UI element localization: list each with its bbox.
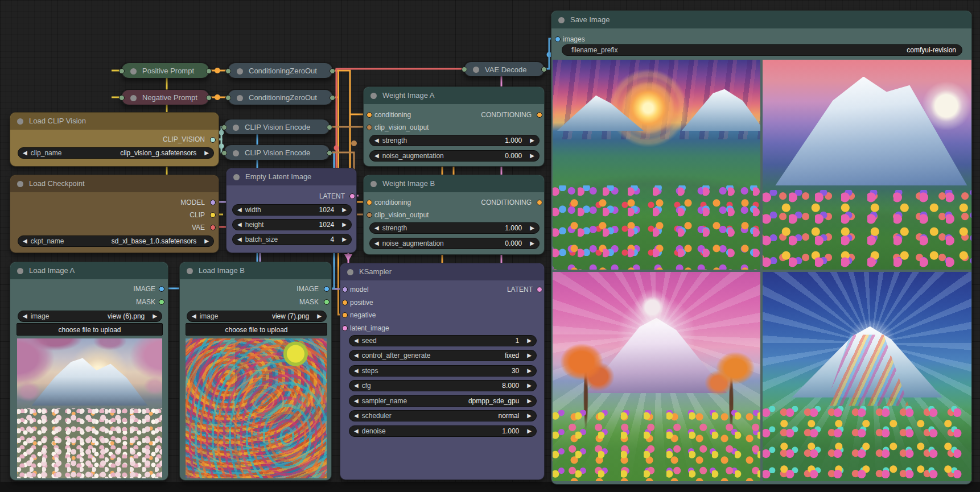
collapsed-input-port[interactable] — [119, 95, 125, 101]
conditioning-input-port[interactable] — [367, 200, 372, 205]
collapse-toggle[interactable] — [233, 125, 239, 131]
widget-right-arrow[interactable]: ▶ — [527, 365, 532, 377]
widget-left-arrow[interactable]: ◀ — [354, 365, 359, 377]
widget-right-arrow[interactable]: ▶ — [527, 395, 532, 407]
widget-right-arrow[interactable]: ▶ — [527, 380, 532, 391]
widget-ckpt-name[interactable]: ◀ ckpt_name sd_xl_base_1.0.safetensors ▶ — [18, 235, 214, 247]
widget-right-arrow[interactable]: ▶ — [530, 222, 534, 234]
widget-denoise[interactable]: ◀ denoise 1.000 ▶ — [349, 425, 537, 437]
node-weight-image-a[interactable]: Weight Image A conditioning CONDITIONING… — [363, 86, 545, 167]
widget-left-arrow[interactable]: ◀ — [23, 147, 27, 159]
collapse-toggle[interactable] — [347, 269, 353, 275]
widget-scheduler[interactable]: ◀ scheduler normal ▶ — [349, 410, 537, 421]
choose-file-button[interactable]: choose file to upload — [186, 323, 327, 336]
node-vae-decode[interactable]: VAE Decode — [464, 61, 545, 77]
node-load-checkpoint[interactable]: Load Checkpoint MODEL CLIP VAE ◀ ckpt_na… — [10, 175, 219, 253]
clip-output-port[interactable] — [210, 212, 216, 218]
widget-right-arrow[interactable]: ▶ — [527, 335, 532, 346]
collapse-toggle[interactable] — [187, 268, 193, 274]
generated-image-1[interactable] — [553, 60, 760, 270]
node-load-image-b[interactable]: Load Image B IMAGE MASK ◀ image view (7)… — [179, 262, 332, 481]
widget-left-arrow[interactable]: ◀ — [374, 238, 379, 249]
widget-left-arrow[interactable]: ◀ — [23, 311, 27, 322]
widget-right-arrow[interactable]: ▶ — [342, 219, 347, 230]
collapsed-output-port[interactable] — [206, 95, 212, 101]
widget-strength[interactable]: ◀ strength 1.000 ▶ — [369, 135, 540, 146]
widget-left-arrow[interactable]: ◀ — [374, 150, 379, 162]
node-positive-prompt[interactable]: Positive Prompt — [121, 63, 209, 78]
widget-noise-augmentation[interactable]: ◀ noise_augmentation 0.000 ▶ — [369, 238, 540, 249]
widget-left-arrow[interactable]: ◀ — [354, 425, 359, 437]
mask-output-port[interactable] — [159, 299, 164, 305]
generated-image-3[interactable] — [553, 272, 760, 481]
generated-image-4[interactable] — [763, 272, 971, 481]
model-output-port[interactable] — [210, 200, 216, 205]
image-output-port[interactable] — [159, 286, 164, 292]
widget-width[interactable]: ◀ width 1024 ▶ — [232, 204, 352, 216]
collapse-toggle[interactable] — [473, 67, 479, 73]
node-clip-vision-encode-2[interactable]: CLIP Vision Encode — [224, 144, 330, 160]
collapse-toggle[interactable] — [237, 68, 243, 75]
node-clip-vision-encode-1[interactable]: CLIP Vision Encode — [224, 119, 330, 135]
latent-image-input-port[interactable] — [342, 325, 348, 331]
widget-right-arrow[interactable]: ▶ — [527, 350, 532, 361]
collapse-toggle[interactable] — [130, 95, 137, 101]
conditioning-output-port[interactable] — [537, 200, 542, 205]
widget-right-arrow[interactable]: ▶ — [530, 135, 534, 146]
collapsed-output-port[interactable] — [327, 150, 332, 156]
widget-batch-size[interactable]: ◀ batch_size 4 ▶ — [232, 234, 352, 245]
collapsed-input-port[interactable] — [221, 125, 227, 130]
node-conditioning-zero-out-2[interactable]: ConditioningZeroOut — [228, 89, 333, 105]
collapse-toggle[interactable] — [558, 17, 565, 23]
widget-strength[interactable]: ◀ strength 1.000 ▶ — [369, 222, 540, 234]
widget-right-arrow[interactable]: ▶ — [530, 150, 534, 162]
widget-right-arrow[interactable]: ▶ — [317, 311, 322, 322]
widget-left-arrow[interactable]: ◀ — [354, 335, 359, 346]
choose-file-button[interactable]: choose file to upload — [17, 323, 163, 336]
clip-vision-output-input-port[interactable] — [367, 125, 372, 130]
positive-input-port[interactable] — [342, 300, 348, 305]
latent-output-port[interactable] — [537, 287, 542, 292]
node-load-image-a[interactable]: Load Image A IMAGE MASK ◀ image view (6)… — [10, 262, 168, 481]
widget-left-arrow[interactable]: ◀ — [192, 311, 196, 322]
node-load-clip-vision[interactable]: Load CLIP Vision CLIP_VISION ◀ clip_name… — [10, 112, 219, 167]
images-input-port[interactable] — [555, 36, 561, 42]
conditioning-output-port[interactable] — [537, 112, 542, 118]
widget-left-arrow[interactable]: ◀ — [237, 204, 242, 216]
widget-noise-augmentation[interactable]: ◀ noise_augmentation 0.000 ▶ — [369, 150, 540, 162]
widget-filename-prefix[interactable]: filename_prefix comfyui-revision — [562, 44, 962, 56]
image-preview[interactable] — [17, 338, 162, 478]
model-input-port[interactable] — [342, 287, 348, 292]
collapsed-input-port[interactable] — [462, 67, 467, 72]
widget-right-arrow[interactable]: ▶ — [342, 234, 347, 245]
widget-left-arrow[interactable]: ◀ — [354, 395, 359, 407]
mask-output-port[interactable] — [324, 299, 330, 305]
widget-left-arrow[interactable]: ◀ — [354, 380, 359, 391]
collapsed-input-port[interactable] — [119, 68, 125, 74]
collapsed-input-port[interactable] — [221, 150, 227, 156]
widget-clip-name[interactable]: ◀ clip_name clip_vision_g.safetensors ▶ — [18, 147, 214, 159]
collapse-toggle[interactable] — [237, 95, 243, 101]
collapse-toggle[interactable] — [17, 181, 23, 187]
vae-output-port[interactable] — [210, 225, 216, 230]
collapsed-input-port[interactable] — [225, 95, 231, 101]
widget-right-arrow[interactable]: ▶ — [204, 235, 209, 247]
widget-cfg[interactable]: ◀ cfg 8.000 ▶ — [349, 380, 537, 391]
node-weight-image-b[interactable]: Weight Image B conditioning CONDITIONING… — [363, 175, 545, 255]
collapse-toggle[interactable] — [370, 181, 377, 187]
widget-left-arrow[interactable]: ◀ — [237, 219, 242, 230]
collapse-toggle[interactable] — [233, 150, 239, 156]
widget-right-arrow[interactable]: ▶ — [342, 204, 347, 216]
widget-height[interactable]: ◀ height 1024 ▶ — [232, 219, 352, 230]
collapse-toggle[interactable] — [233, 174, 240, 180]
widget-left-arrow[interactable]: ◀ — [237, 234, 242, 245]
widget-right-arrow[interactable]: ▶ — [153, 311, 157, 322]
collapse-toggle[interactable] — [17, 268, 23, 274]
conditioning-input-port[interactable] — [367, 112, 372, 118]
widget-left-arrow[interactable]: ◀ — [354, 410, 359, 421]
generated-image-2[interactable] — [763, 60, 971, 270]
collapsed-output-port[interactable] — [330, 95, 335, 101]
widget-left-arrow[interactable]: ◀ — [354, 350, 359, 361]
widget-right-arrow[interactable]: ▶ — [204, 147, 209, 159]
collapsed-output-port[interactable] — [330, 68, 335, 74]
